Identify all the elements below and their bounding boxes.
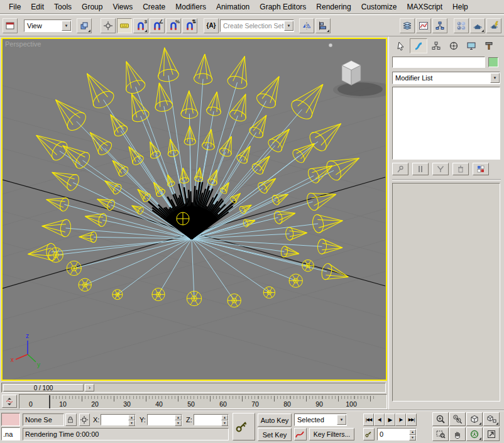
object-color-swatch[interactable]	[488, 57, 498, 67]
menu-modifiers[interactable]: Modifiers	[170, 1, 211, 13]
zoom-all-button[interactable]	[449, 412, 466, 426]
next-frame-button[interactable]: |▶	[395, 413, 406, 426]
pin-stack-button[interactable]	[392, 163, 408, 175]
spinner-up-icon[interactable]: ▲	[128, 415, 135, 420]
menu-group[interactable]: Group	[77, 1, 107, 13]
menu-animation[interactable]: Animation	[211, 1, 255, 13]
rollout-area[interactable]	[392, 183, 500, 402]
menu-maxscript[interactable]: MAXScript	[402, 1, 447, 13]
make-unique-button[interactable]	[432, 163, 449, 175]
frame-spinner[interactable]: ▲▼	[409, 429, 416, 439]
percent-snap-button[interactable]: %	[166, 18, 181, 33]
spinner-down-icon[interactable]: ▼	[409, 435, 416, 440]
auto-key-button[interactable]: Auto Key	[258, 413, 292, 427]
align-button[interactable]	[315, 18, 331, 33]
modifier-list-dropdown[interactable]: Modifier List ▼	[392, 72, 500, 84]
menu-graph-editors[interactable]: Graph Editors	[255, 1, 311, 13]
spinner-down-icon[interactable]: ▼	[175, 420, 182, 426]
render-scene-button[interactable]	[470, 18, 485, 33]
z-input[interactable]: ▲▼	[194, 414, 229, 425]
tab-utilities[interactable]	[480, 38, 498, 53]
key-filters-button[interactable]: Key Filters...	[309, 428, 354, 440]
viewport-label[interactable]: Perspective	[5, 40, 41, 48]
modifier-stack-list[interactable]	[392, 87, 500, 160]
schematic-view-button[interactable]	[432, 18, 447, 33]
material-editor-button[interactable]	[454, 18, 469, 33]
tab-hierarchy[interactable]	[427, 38, 445, 53]
select-and-manipulate-button[interactable]	[101, 18, 116, 33]
menu-views[interactable]: Views	[107, 1, 138, 13]
angle-snap-button[interactable]: ∠	[150, 18, 165, 33]
maxscript-mini-listener[interactable]: .na	[1, 427, 20, 440]
absolute-mode-button[interactable]	[79, 413, 90, 426]
perspective-viewport[interactable]: xyz Perspective	[1, 38, 387, 381]
time-slider-next-button[interactable]: ›	[85, 384, 94, 391]
spinner-snap-button[interactable]: ⇅	[182, 18, 197, 33]
viewport-scene[interactable]: xyz	[3, 39, 386, 380]
spinner-down-icon[interactable]: ▼	[221, 420, 228, 426]
object-name-input[interactable]	[392, 57, 485, 68]
y-spinner[interactable]: ▲▼	[175, 415, 182, 425]
previous-frame-button[interactable]: ◀|	[374, 413, 385, 426]
set-key-mode-button[interactable]	[233, 413, 255, 440]
arc-rotate-button[interactable]	[466, 427, 483, 441]
menu-tools[interactable]: Tools	[49, 1, 77, 13]
current-frame-marker[interactable]	[49, 395, 50, 408]
spinner-up-icon[interactable]: ▲	[221, 415, 228, 420]
reference-coordinate-dropdown[interactable]: View ▼	[24, 19, 72, 32]
zoom-extents-button[interactable]	[466, 412, 483, 426]
spinner-up-icon[interactable]: ▲	[409, 429, 416, 435]
spinner-up-icon[interactable]: ▲	[175, 415, 182, 420]
menu-rendering[interactable]: Rendering	[311, 1, 356, 13]
default-tangents-button[interactable]	[294, 428, 307, 440]
status-line: Rendering Time 0:00:00	[23, 428, 229, 440]
tab-modify[interactable]	[410, 38, 427, 53]
zoom-extents-all-button[interactable]	[483, 412, 500, 426]
time-slider-handle[interactable]: 0 / 100	[3, 384, 84, 391]
window-button[interactable]	[3, 18, 18, 33]
menu-customize[interactable]: Customize	[356, 1, 402, 13]
curve-editor-button[interactable]	[416, 18, 431, 33]
tab-create[interactable]	[392, 38, 410, 53]
menu-help[interactable]: Help	[447, 1, 473, 13]
use-pivot-center-button[interactable]	[77, 18, 92, 33]
remove-modifier-button[interactable]	[452, 163, 469, 175]
configure-modifier-sets-button[interactable]	[473, 163, 489, 175]
spinner-down-icon[interactable]: ▼	[128, 420, 135, 426]
x-spinner[interactable]: ▲▼	[128, 415, 135, 425]
mini-curve-editor-button[interactable]	[2, 395, 17, 408]
show-end-result-button[interactable]	[412, 163, 429, 175]
x-input[interactable]: ▲▼	[101, 414, 136, 425]
menu-create[interactable]: Create	[138, 1, 170, 13]
selection-set-dropdown[interactable]: Create Selection Set ▼	[220, 19, 294, 32]
z-spinner[interactable]: ▲▼	[221, 415, 228, 425]
current-frame-input[interactable]: 0 ▲▼	[377, 428, 417, 440]
set-key-button[interactable]: Set Key	[258, 428, 292, 441]
zoom-region-button[interactable]	[432, 427, 449, 441]
y-input[interactable]: ▲▼	[147, 414, 182, 425]
tab-display[interactable]	[463, 38, 480, 53]
time-slider-track[interactable]: 0 / 100 ›	[1, 383, 386, 393]
render-teapot-icon	[473, 21, 483, 31]
zoom-button[interactable]	[432, 412, 449, 426]
key-filter-set-dropdown[interactable]: Selected ▼	[294, 413, 347, 426]
mirror-button[interactable]	[299, 18, 314, 33]
quick-render-button[interactable]	[486, 18, 501, 33]
menu-file[interactable]: File	[4, 1, 26, 13]
macro-recorder-field[interactable]	[1, 413, 20, 426]
pan-button[interactable]	[449, 427, 466, 441]
named-selection-sets-button[interactable]: {A}	[204, 18, 219, 33]
play-button[interactable]: ▶	[385, 413, 395, 426]
layer-manager-button[interactable]	[400, 18, 415, 33]
keyboard-override-toggle[interactable]	[117, 18, 132, 33]
go-to-end-button[interactable]: ▶▶|	[406, 413, 417, 426]
snap-toggle-3d-button[interactable]: 3	[133, 18, 148, 33]
selection-lock-button[interactable]	[65, 413, 77, 426]
tab-motion[interactable]	[445, 38, 463, 53]
min-max-toggle-button[interactable]	[483, 427, 500, 441]
menu-edit[interactable]: Edit	[26, 1, 49, 13]
key-mode-toggle-button[interactable]	[363, 428, 375, 440]
go-to-start-button[interactable]: |◀◀	[363, 413, 374, 426]
track-bar-ruler[interactable]: 0102030405060708090100	[19, 394, 387, 409]
zoom-region-icon	[436, 429, 446, 439]
